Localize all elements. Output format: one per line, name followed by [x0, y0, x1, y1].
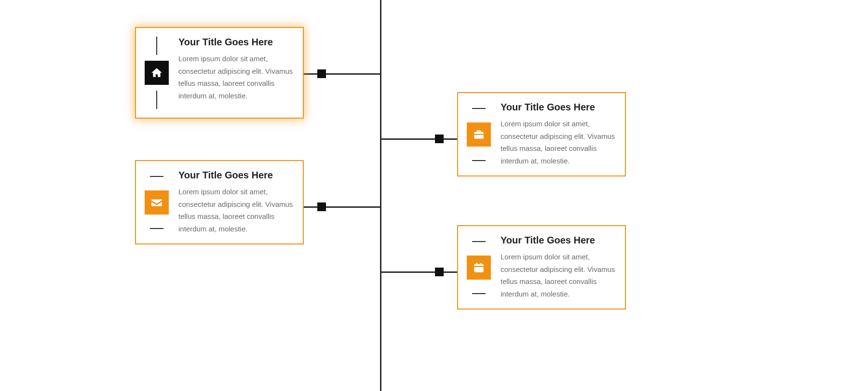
- timeline-card: Your Title Goes Here Lorem ipsum dolor s…: [457, 92, 626, 176]
- icon-tick-bottom: [472, 293, 486, 294]
- card-title: Your Title Goes Here: [501, 235, 615, 246]
- calendar-icon: [467, 256, 491, 280]
- envelope-icon: [145, 190, 169, 215]
- card-icon-column: [467, 235, 491, 300]
- timeline-connector: [304, 73, 380, 75]
- timeline-connector: [381, 138, 457, 140]
- timeline-node: [317, 69, 326, 78]
- icon-tick-bottom: [150, 228, 163, 229]
- card-icon-column: [145, 170, 169, 235]
- timeline-spine: [380, 0, 381, 391]
- icon-tick-top: [472, 241, 486, 242]
- briefcase-icon: [467, 122, 491, 147]
- timeline-connector: [381, 271, 457, 273]
- card-text: Lorem ipsum dolor sit amet, consectetur …: [178, 186, 293, 235]
- timeline-node: [435, 268, 444, 276]
- card-text: Lorem ipsum dolor sit amet, consectetur …: [501, 251, 615, 300]
- card-icon-column: [467, 102, 491, 167]
- card-icon-column: [145, 37, 169, 109]
- icon-tick-top: [150, 176, 163, 177]
- timeline-node: [435, 135, 444, 143]
- card-title: Your Title Goes Here: [501, 102, 615, 113]
- timeline-connector: [304, 206, 380, 208]
- timeline-diagram: Your Title Goes Here Lorem ipsum dolor s…: [0, 0, 868, 391]
- timeline-node: [317, 202, 326, 211]
- icon-tick-top: [472, 108, 486, 109]
- icon-tick-top: [156, 37, 157, 55]
- icon-tick-bottom: [156, 91, 157, 109]
- timeline-card: Your Title Goes Here Lorem ipsum dolor s…: [135, 27, 304, 119]
- home-icon: [145, 61, 169, 85]
- card-title: Your Title Goes Here: [178, 170, 293, 181]
- icon-tick-bottom: [472, 160, 486, 161]
- card-text: Lorem ipsum dolor sit amet, consectetur …: [501, 118, 615, 167]
- timeline-card: Your Title Goes Here Lorem ipsum dolor s…: [457, 225, 626, 310]
- card-text: Lorem ipsum dolor sit amet, consectetur …: [178, 53, 293, 102]
- card-title: Your Title Goes Here: [178, 37, 293, 48]
- timeline-card: Your Title Goes Here Lorem ipsum dolor s…: [135, 160, 304, 244]
